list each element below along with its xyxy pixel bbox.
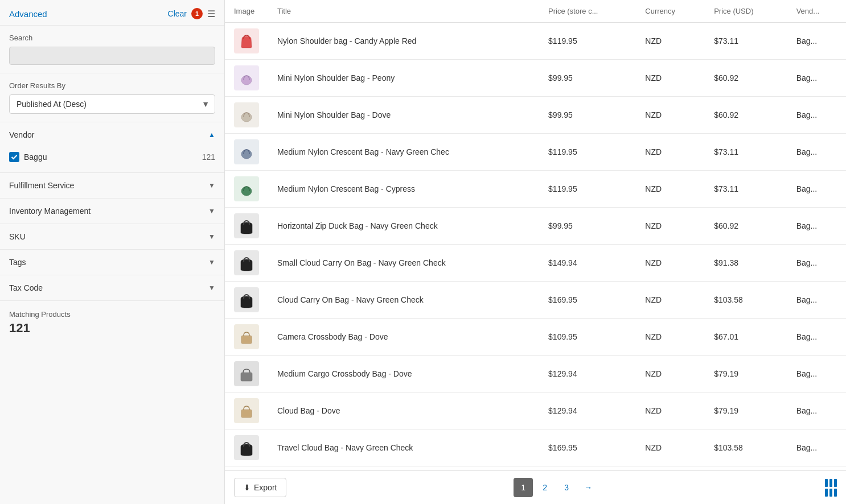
product-image-cell <box>225 245 268 282</box>
product-price-usd-cell: $91.38 <box>705 245 787 282</box>
table-row[interactable]: Cloud Carry On Bag - Navy Green Check $1… <box>225 282 846 319</box>
product-currency-cell: NZD <box>636 97 705 134</box>
sku-section: SKU ▼ <box>0 224 224 250</box>
svg-rect-4 <box>241 336 252 344</box>
product-currency-cell: NZD <box>636 393 705 429</box>
fulfillment-header[interactable]: Fulfillment Service ▼ <box>0 173 224 198</box>
product-image-cell <box>225 171 268 208</box>
product-vendor-cell: Bag... <box>787 171 846 208</box>
product-vendor-cell: Bag... <box>787 393 846 429</box>
col-image: Image <box>225 0 268 23</box>
table-row[interactable]: Small Cloud Carry On Bag - Navy Green Ch… <box>225 245 846 282</box>
chevron-down-icon: ▼ <box>208 258 215 266</box>
table-row[interactable]: Horizontal Zip Duck Bag - Navy Green Che… <box>225 208 846 245</box>
svg-point-2 <box>241 150 252 159</box>
product-vendor-cell: Bag... <box>787 356 846 393</box>
filter-icon: ☰ <box>207 9 215 19</box>
product-price-store-cell: $99.95 <box>539 60 636 97</box>
product-vendor-cell: Bag... <box>787 245 846 282</box>
product-thumbnail <box>234 287 259 312</box>
product-price-store-cell: $149.94 <box>539 245 636 282</box>
product-price-usd-cell: $73.11 <box>705 171 787 208</box>
export-label: Export <box>254 483 277 492</box>
chevron-up-icon: ▲ <box>208 131 215 139</box>
search-section: Search <box>0 26 224 73</box>
tags-header[interactable]: Tags ▼ <box>0 250 224 275</box>
product-image-cell <box>225 208 268 245</box>
vendor-header[interactable]: Vendor ▲ <box>0 122 224 147</box>
order-results-select[interactable]: Published At (Desc) <box>9 94 215 114</box>
table-row[interactable]: Medium Nylon Crescent Bag - Cypress $119… <box>225 171 846 208</box>
table-row[interactable]: Medium Nylon Crescent Bag - Navy Green C… <box>225 134 846 171</box>
order-results-section: Order Results By Published At (Desc) ▼ <box>0 73 224 122</box>
page-1-button[interactable]: 1 <box>514 478 533 497</box>
product-thumbnail <box>234 361 259 386</box>
product-thumbnail <box>234 213 259 238</box>
product-image-cell <box>225 134 268 171</box>
advanced-toggle[interactable]: Advanced <box>9 9 47 19</box>
product-currency-cell: NZD <box>636 466 705 471</box>
svg-point-1 <box>241 113 252 122</box>
product-thumbnail <box>234 324 259 349</box>
vendor-count: 121 <box>202 152 215 162</box>
table-row[interactable]: Travel Cloud Bag - Navy Green Check $169… <box>225 429 846 466</box>
product-price-usd-cell: $67.01 <box>705 319 787 356</box>
product-thumbnail <box>234 176 259 201</box>
vendor-name: Baggu <box>24 152 47 162</box>
pagination: 1 2 3 → <box>514 478 598 497</box>
product-price-store-cell: $149.94 <box>539 466 636 471</box>
sku-header[interactable]: SKU ▼ <box>0 224 224 249</box>
table-row[interactable]: Mini Nylon Shoulder Bag - Dove $99.95 NZ… <box>225 97 846 134</box>
table-row[interactable]: Medium Cargo Crossbody Bag - Dove $129.9… <box>225 356 846 393</box>
page-3-button[interactable]: 3 <box>557 478 576 497</box>
product-price-usd-cell: $73.11 <box>705 134 787 171</box>
table-row[interactable]: Cloud Bag - Dove $129.94 NZD $79.19 Bag.… <box>225 393 846 429</box>
table-row[interactable]: Nylon Shoulder bag - Candy Apple Red $11… <box>225 23 846 60</box>
product-price-store-cell: $119.95 <box>539 134 636 171</box>
product-price-store-cell: $119.95 <box>539 23 636 60</box>
vendor-left: Baggu <box>9 152 47 162</box>
table-row[interactable]: Camera Crossbody Bag - Dove $109.95 NZD … <box>225 319 846 356</box>
table-row[interactable]: Small Cloud Carry On Bag - Black $149.94… <box>225 466 846 471</box>
inventory-header[interactable]: Inventory Management ▼ <box>0 199 224 224</box>
product-title-cell: Mini Nylon Shoulder Bag - Dove <box>268 97 539 134</box>
product-price-usd-cell: $79.19 <box>705 393 787 429</box>
product-image-cell <box>225 282 268 319</box>
tax-code-header[interactable]: Tax Code ▼ <box>0 275 224 300</box>
product-currency-cell: NZD <box>636 60 705 97</box>
product-title-cell: Travel Cloud Bag - Navy Green Check <box>268 429 539 466</box>
product-thumbnail <box>234 28 259 53</box>
inventory-label: Inventory Management <box>9 206 91 216</box>
page-2-button[interactable]: 2 <box>535 478 555 497</box>
product-currency-cell: NZD <box>636 356 705 393</box>
product-vendor-cell: Bag... <box>787 60 846 97</box>
product-vendor-cell: Bag... <box>787 466 846 471</box>
svg-rect-5 <box>241 373 252 381</box>
search-label: Search <box>9 34 215 42</box>
product-title-cell: Cloud Bag - Dove <box>268 393 539 429</box>
product-image-cell <box>225 319 268 356</box>
vendor-content: Baggu 121 <box>0 147 224 172</box>
product-title-cell: Camera Crossbody Bag - Dove <box>268 319 539 356</box>
grid-view-icon[interactable] <box>825 479 837 497</box>
product-price-usd-cell: $60.92 <box>705 60 787 97</box>
export-button[interactable]: ⬇ Export <box>234 478 286 497</box>
tax-code-label: Tax Code <box>9 283 43 292</box>
product-title-cell: Small Cloud Carry On Bag - Navy Green Ch… <box>268 245 539 282</box>
product-title-cell: Cloud Carry On Bag - Navy Green Check <box>268 282 539 319</box>
checkmark-icon <box>11 154 18 160</box>
next-page-button[interactable]: → <box>578 478 598 497</box>
product-price-store-cell: $129.94 <box>539 356 636 393</box>
chevron-down-icon: ▼ <box>208 233 215 241</box>
clear-button[interactable]: Clear <box>168 9 187 18</box>
search-input[interactable] <box>9 47 215 65</box>
order-results-label: Order Results By <box>9 81 215 90</box>
product-vendor-cell: Bag... <box>787 134 846 171</box>
sidebar-header: Advanced Clear 1 ☰ <box>0 0 224 26</box>
chevron-down-icon: ▼ <box>208 207 215 215</box>
table-row[interactable]: Mini Nylon Shoulder Bag - Peony $99.95 N… <box>225 60 846 97</box>
main-content: Image Title Price (store c... Currency P… <box>225 0 846 504</box>
vendor-checkbox-baggu[interactable] <box>9 152 19 162</box>
export-icon: ⬇ <box>244 483 250 492</box>
product-price-store-cell: $99.95 <box>539 97 636 134</box>
